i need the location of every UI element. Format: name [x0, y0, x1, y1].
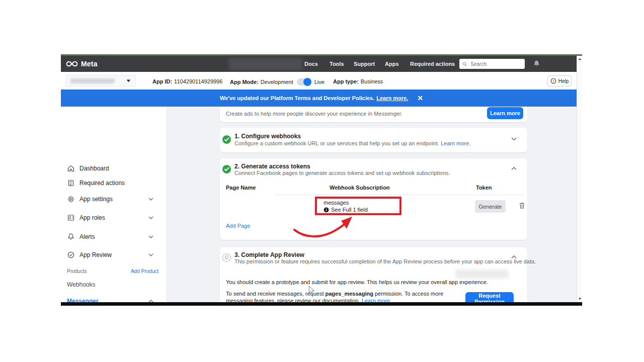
column-page-name: Page Name: [226, 185, 256, 191]
column-token: Token: [476, 185, 492, 191]
browser-screenshot-window: Meta Docs Tools Support Apps Required ac…: [61, 54, 582, 306]
meta-logo[interactable]: Meta: [66, 60, 98, 68]
chevron-down-icon: [148, 253, 153, 256]
redacted-region: [229, 58, 302, 70]
sidebar-label: Required actions: [79, 179, 125, 187]
logo-text: Meta: [81, 60, 98, 68]
banner-close-icon[interactable]: ✕: [417, 95, 423, 102]
promo-learn-more-button[interactable]: Learn more: [487, 107, 523, 119]
sidebar-item-app-roles[interactable]: App roles: [61, 212, 166, 223]
step3-description: This permission or feature requires succ…: [234, 258, 536, 264]
app-type-field: App type: Business: [333, 78, 383, 84]
toggle-knob: [303, 78, 311, 86]
sidebar-item-required-actions[interactable]: Required actions: [61, 177, 166, 189]
redacted-app-name: [70, 78, 115, 83]
p2-permission-name: pages_messaging: [326, 291, 373, 297]
scroll-down-arrow-icon[interactable]: [578, 298, 582, 300]
step3-paragraph1: You should create a prototype and submit…: [226, 279, 488, 286]
green-check-icon: [222, 135, 231, 144]
sidebar-label: Alerts: [79, 233, 95, 240]
sidebar-label: App roles: [79, 214, 105, 221]
app-mode-toggle[interactable]: [297, 78, 311, 85]
nav-required-actions[interactable]: Required actions: [410, 61, 455, 67]
nav-tools[interactable]: Tools: [330, 61, 344, 67]
app-id-label: App ID:: [152, 78, 172, 84]
step1-description: Configure a custom webhook URL or use se…: [234, 140, 470, 146]
sidebar-label: App settings: [79, 196, 113, 203]
sidebar-label: App Review: [79, 251, 112, 258]
step1-description-text: Configure a custom webhook URL or use se…: [234, 140, 439, 146]
app-mode-live: Live: [314, 79, 325, 85]
app-mode-development: Development: [261, 79, 293, 85]
table-divider: [275, 195, 523, 195]
step3-title: 3. Complete App Review: [234, 251, 304, 258]
app-toolbar: App ID: 1104290114929996 App Mode: Devel…: [61, 72, 582, 89]
step2-description: Connect Facebook pages to generate acces…: [234, 170, 450, 176]
app-id-field: App ID: 1104290114929996: [152, 78, 222, 84]
nav-docs[interactable]: Docs: [304, 61, 318, 67]
svg-text:?: ?: [552, 79, 554, 83]
annotation-red-arrow: [282, 215, 363, 243]
scroll-up-arrow-icon[interactable]: [578, 58, 582, 60]
clipboard-icon: [67, 179, 75, 187]
sidebar: Dashboard Required actions App settings …: [61, 107, 166, 302]
nav-apps[interactable]: Apps: [385, 61, 399, 67]
chevron-down-icon: [126, 79, 131, 82]
banner-message: We've updated our Platform Terms and Dev…: [220, 95, 374, 101]
collapse-chevron-up-icon[interactable]: [511, 167, 517, 170]
app-mode-label: App Mode:: [230, 79, 259, 85]
generate-token-button[interactable]: Generate: [475, 200, 506, 213]
app-type-label: App type:: [333, 78, 359, 84]
help-button[interactable]: ? Help: [547, 75, 572, 86]
green-check-icon: [222, 164, 231, 174]
sidebar-item-dashboard[interactable]: Dashboard: [61, 163, 166, 174]
vertical-scrollbar[interactable]: [577, 56, 582, 302]
meta-infinity-icon: [66, 61, 78, 67]
gear-icon: [67, 195, 75, 203]
sidebar-label: Webhooks: [67, 281, 95, 288]
app-id-value: 1104290114929996: [174, 78, 222, 84]
chevron-down-icon: [148, 235, 153, 238]
search-input[interactable]: [469, 61, 522, 67]
bell-icon: [67, 233, 75, 241]
step1-title: 1. Configure webhooks: [234, 133, 301, 140]
collapse-chevron-up-icon[interactable]: [511, 255, 517, 259]
home-icon: [67, 164, 75, 172]
products-label: Products: [67, 268, 87, 274]
notifications-bell-icon[interactable]: [533, 60, 540, 68]
page: Meta Docs Tools Support Apps Required ac…: [0, 0, 644, 362]
sidebar-item-app-settings[interactable]: App settings: [61, 194, 166, 205]
app-selector-dropdown[interactable]: [65, 75, 136, 87]
nav-support[interactable]: Support: [354, 61, 375, 67]
content-area: Dashboard Required actions App settings …: [61, 107, 582, 302]
app-type-value: Business: [361, 78, 383, 84]
promo-text: Create ads to help more people discover …: [226, 111, 403, 117]
search-icon: [462, 61, 467, 67]
collapse-chevron-down-icon[interactable]: [511, 137, 517, 141]
sidebar-item-webhooks[interactable]: Webhooks: [61, 279, 166, 290]
check-circle-icon: [67, 251, 75, 259]
add-product-link[interactable]: Add Product: [131, 268, 158, 274]
trash-icon[interactable]: [518, 202, 526, 210]
banner-learn-more-link[interactable]: Learn more.: [376, 95, 408, 101]
sidebar-item-alerts[interactable]: Alerts: [61, 231, 166, 242]
annotation-highlight-box: [315, 197, 401, 215]
products-header-row: Products Add Product: [67, 268, 158, 274]
bottom-crop-bar: [61, 302, 582, 306]
top-navigation-bar: Meta Docs Tools Support Apps Required ac…: [61, 56, 582, 72]
app-mode-field: App Mode: Development Live: [230, 78, 325, 85]
add-page-link[interactable]: Add Page: [226, 223, 250, 229]
sidebar-item-app-review[interactable]: App Review: [61, 249, 166, 260]
promo-card: Create ads to help more people discover …: [220, 107, 527, 122]
configure-webhooks-card: 1. Configure webhooks Configure a custom…: [220, 128, 527, 152]
step2-title: 2. Generate access tokens: [234, 163, 310, 170]
search-box: [459, 59, 525, 69]
gray-badge-icon: [222, 253, 231, 262]
step1-learn-more-link[interactable]: Learn more.: [441, 140, 470, 146]
id-card-icon: [67, 214, 75, 222]
chevron-down-icon: [148, 216, 153, 219]
generate-access-tokens-card: 2. Generate access tokens Connect Facebo…: [220, 158, 527, 240]
chevron-down-icon: [148, 198, 153, 201]
redacted-region: [455, 269, 509, 279]
mouse-cursor: [308, 286, 315, 296]
